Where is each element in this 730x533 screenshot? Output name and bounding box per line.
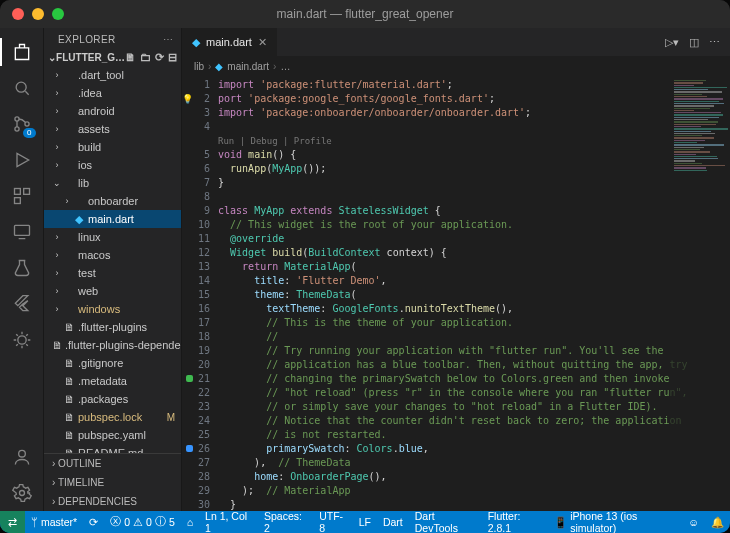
- activity-remote-icon[interactable]: [0, 214, 44, 250]
- activity-search-icon[interactable]: [0, 70, 44, 106]
- editor-more-icon[interactable]: ⋯: [709, 36, 720, 49]
- sidebar-more-icon[interactable]: ⋯: [163, 34, 173, 45]
- status-bell-icon[interactable]: 🔔: [705, 511, 730, 533]
- folder-item[interactable]: ›test: [44, 264, 181, 282]
- split-editor-icon[interactable]: ◫: [689, 36, 699, 49]
- folder-item[interactable]: ›linux: [44, 228, 181, 246]
- breadcrumb-item[interactable]: …: [280, 61, 290, 72]
- status-encoding[interactable]: UTF-8: [313, 511, 352, 533]
- code-line[interactable]: // application has a blue toolbar. Then,…: [218, 358, 730, 372]
- activity-scm-icon[interactable]: 0: [0, 106, 44, 142]
- codelens[interactable]: Run | Debug | Profile: [218, 134, 730, 148]
- code-line[interactable]: // Notice that the counter didn't reset …: [218, 414, 730, 428]
- folder-item[interactable]: ›.dart_tool: [44, 66, 181, 84]
- file-item[interactable]: 🗎.packages: [44, 390, 181, 408]
- code-line[interactable]: [218, 120, 730, 134]
- code-line[interactable]: title: 'Flutter Demo',: [218, 274, 730, 288]
- code-line[interactable]: runApp(MyApp());: [218, 162, 730, 176]
- refresh-icon[interactable]: ⟳: [155, 51, 164, 64]
- activity-debug-icon[interactable]: [0, 322, 44, 358]
- status-debug[interactable]: ⌂: [181, 511, 199, 533]
- file-item[interactable]: 🗎.gitignore: [44, 354, 181, 372]
- code-line[interactable]: // Try running your application with "fl…: [218, 344, 730, 358]
- outline-section[interactable]: › OUTLINE: [44, 454, 181, 473]
- activity-explorer-icon[interactable]: [0, 34, 44, 70]
- code-line[interactable]: @override: [218, 232, 730, 246]
- code-line[interactable]: import 'package:onboarder/onboarder/onbo…: [218, 106, 730, 120]
- status-devtools[interactable]: Dart DevTools: [409, 511, 482, 533]
- code-line[interactable]: // is not restarted.: [218, 428, 730, 442]
- file-item[interactable]: 🗎.flutter-plugins: [44, 318, 181, 336]
- status-problems[interactable]: ⓧ 0 ⚠ 0 ⓘ 5: [104, 511, 181, 533]
- status-spaces[interactable]: Spaces: 2: [258, 511, 313, 533]
- minimap[interactable]: [670, 76, 730, 511]
- code-line[interactable]: // This widget is the root of your appli…: [218, 218, 730, 232]
- file-item[interactable]: ◆main.dart: [44, 210, 181, 228]
- timeline-section[interactable]: › TIMELINE: [44, 473, 181, 492]
- code-line[interactable]: // changing the primarySwatch below to C…: [218, 372, 730, 386]
- lightbulb-icon[interactable]: 💡: [182, 92, 193, 106]
- activity-testing-icon[interactable]: [0, 250, 44, 286]
- maximize-window-button[interactable]: [52, 8, 64, 20]
- code-line[interactable]: Widget build(BuildContext context) {: [218, 246, 730, 260]
- status-language[interactable]: Dart: [377, 511, 409, 533]
- status-flutter[interactable]: Flutter: 2.8.1: [482, 511, 548, 533]
- folder-item[interactable]: ›ios: [44, 156, 181, 174]
- folder-item[interactable]: ›assets: [44, 120, 181, 138]
- breadcrumb-item[interactable]: main.dart: [227, 61, 269, 72]
- code-line[interactable]: }: [218, 176, 730, 190]
- file-item[interactable]: 🗎.metadata: [44, 372, 181, 390]
- folder-item[interactable]: ›macos: [44, 246, 181, 264]
- activity-account-icon[interactable]: [0, 439, 44, 475]
- status-cursor[interactable]: Ln 1, Col 1: [199, 511, 258, 533]
- code-line[interactable]: theme: ThemeData(: [218, 288, 730, 302]
- status-sync[interactable]: ⟳: [83, 511, 104, 533]
- code-line[interactable]: }: [218, 498, 730, 511]
- code-line[interactable]: // "hot reload" (press "r" in the consol…: [218, 386, 730, 400]
- code-line[interactable]: return MaterialApp(: [218, 260, 730, 274]
- activity-settings-icon[interactable]: [0, 475, 44, 511]
- file-item[interactable]: 🗎pubspec.yaml: [44, 426, 181, 444]
- code-line[interactable]: void main() {: [218, 148, 730, 162]
- status-remote[interactable]: ⇄: [0, 511, 25, 533]
- code-line[interactable]: home: OnboarderPage(),: [218, 470, 730, 484]
- file-item[interactable]: 🗎README.md: [44, 444, 181, 453]
- minimize-window-button[interactable]: [32, 8, 44, 20]
- folder-item[interactable]: ›android: [44, 102, 181, 120]
- folder-item[interactable]: ›.idea: [44, 84, 181, 102]
- code-line[interactable]: [218, 190, 730, 204]
- code-line[interactable]: textTheme: GoogleFonts.nunitoTextTheme()…: [218, 302, 730, 316]
- new-folder-icon[interactable]: 🗀: [140, 51, 151, 64]
- code-lines[interactable]: import 'package:flutter/material.dart';p…: [218, 76, 730, 511]
- new-file-icon[interactable]: 🗎: [125, 51, 136, 64]
- collapse-icon[interactable]: ⊟: [168, 51, 177, 64]
- activity-flutter-icon[interactable]: [0, 286, 44, 322]
- file-item[interactable]: 🗎pubspec.lockM: [44, 408, 181, 426]
- status-branch[interactable]: ᛘ master*: [25, 511, 83, 533]
- titlebar[interactable]: main.dart — flutter_great_opener: [0, 0, 730, 28]
- code-line[interactable]: import 'package:flutter/material.dart';: [218, 78, 730, 92]
- dependencies-section[interactable]: › DEPENDENCIES: [44, 492, 181, 511]
- folder-item[interactable]: ›onboarder: [44, 192, 181, 210]
- folder-item[interactable]: ›build: [44, 138, 181, 156]
- activity-run-icon[interactable]: [0, 142, 44, 178]
- folder-item[interactable]: ›windows: [44, 300, 181, 318]
- close-tab-icon[interactable]: ✕: [258, 36, 267, 49]
- folder-item[interactable]: ⌄lib: [44, 174, 181, 192]
- close-window-button[interactable]: [12, 8, 24, 20]
- code-line[interactable]: // This is the theme of your application…: [218, 316, 730, 330]
- breadcrumb-item[interactable]: lib: [194, 61, 204, 72]
- project-header[interactable]: ⌄ FLUTTER_G… 🗎 🗀 ⟳ ⊟: [44, 49, 181, 66]
- breadcrumbs[interactable]: lib › ◆ main.dart › …: [182, 56, 730, 76]
- code-line[interactable]: ); // MaterialApp: [218, 484, 730, 498]
- file-item[interactable]: 🗎.flutter-plugins-depende…: [44, 336, 181, 354]
- status-feedback[interactable]: ☺: [682, 511, 705, 533]
- code-line[interactable]: port 'package:google_fonts/google_fonts.…: [218, 92, 730, 106]
- code-line[interactable]: // or simply save your changes to "hot r…: [218, 400, 730, 414]
- folder-item[interactable]: ›web: [44, 282, 181, 300]
- code-line[interactable]: //: [218, 330, 730, 344]
- code-line[interactable]: primarySwatch: Colors.blue,: [218, 442, 730, 456]
- activity-extensions-icon[interactable]: [0, 178, 44, 214]
- run-button-icon[interactable]: ▷▾: [665, 36, 679, 49]
- code-line[interactable]: ), // ThemeData: [218, 456, 730, 470]
